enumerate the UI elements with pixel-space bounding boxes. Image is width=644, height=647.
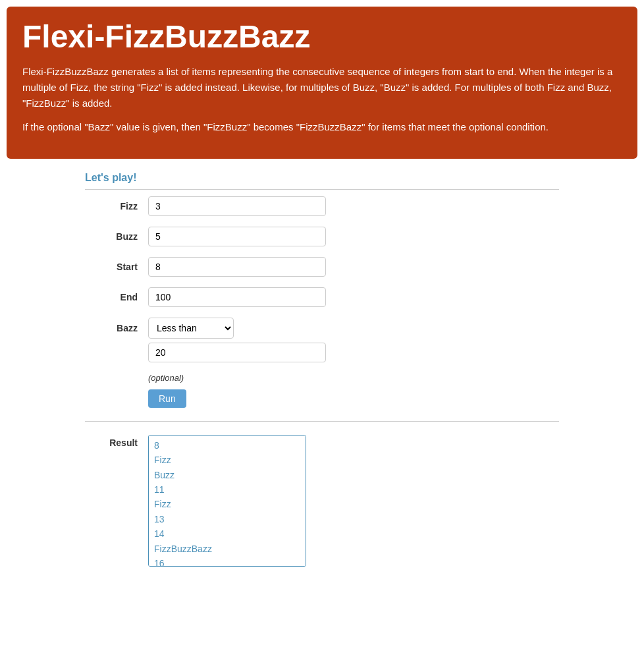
start-label: Start xyxy=(85,262,138,272)
result-label: Result xyxy=(85,435,138,448)
fizz-input[interactable] xyxy=(148,196,326,216)
fizz-label: Fizz xyxy=(85,201,138,211)
form-section: Let's play! Fizz Buzz Start End Bazz Les… xyxy=(85,172,559,422)
buzz-label: Buzz xyxy=(85,231,138,242)
end-row: End xyxy=(85,287,559,307)
buzz-row: Buzz xyxy=(85,227,559,246)
bazz-condition-select[interactable]: Less than Greater than Equal to xyxy=(148,318,234,339)
run-wrapper: Run xyxy=(148,389,559,408)
start-row: Start xyxy=(85,257,559,277)
run-button[interactable]: Run xyxy=(148,389,186,408)
section-title: Let's play! xyxy=(85,172,559,190)
bazz-input-wrapper xyxy=(148,343,559,362)
bazz-row: Bazz Less than Greater than Equal to xyxy=(85,318,559,362)
optional-label: (optional) xyxy=(148,373,559,383)
header-section: Flexi-FizzBuzzBazz Flexi-FizzBuzzBazz ge… xyxy=(7,7,637,159)
description-1: Flexi-FizzBuzzBazz generates a list of i… xyxy=(22,64,622,111)
buzz-input[interactable] xyxy=(148,227,326,246)
end-input[interactable] xyxy=(148,287,326,307)
bazz-label: Bazz xyxy=(85,323,138,333)
app-title: Flexi-FizzBuzzBazz xyxy=(22,20,622,55)
description-2: If the optional "Bazz" value is given, t… xyxy=(22,119,622,135)
start-input[interactable] xyxy=(148,257,326,277)
bazz-number-input[interactable] xyxy=(148,343,326,362)
fizz-row: Fizz xyxy=(85,196,559,216)
bazz-row-top: Bazz Less than Greater than Equal to xyxy=(85,318,559,339)
end-label: End xyxy=(85,292,138,302)
main-content: Let's play! Fizz Buzz Start End Bazz Les… xyxy=(59,159,585,580)
result-section: Result 8 Fizz Buzz 11 Fizz 13 14 FizzBuz… xyxy=(85,435,559,567)
result-textarea[interactable]: 8 Fizz Buzz 11 Fizz 13 14 FizzBuzzBazz 1… xyxy=(148,435,306,567)
